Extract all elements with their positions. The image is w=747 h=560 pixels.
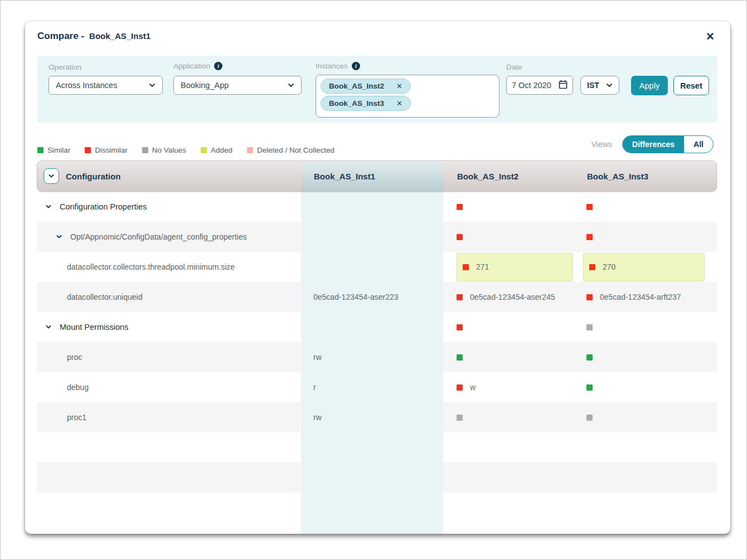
cell-inst1: rw bbox=[301, 342, 443, 372]
status-square-similar bbox=[586, 354, 593, 361]
legend-item: Dissimilar bbox=[85, 146, 128, 154]
table-row bbox=[37, 462, 717, 493]
table-row[interactable]: Opt/Appnomic/ConfigData/agent_config_pro… bbox=[37, 222, 717, 252]
row-name-cell: Mount Permissions bbox=[37, 312, 301, 342]
dialog-title-prefix: Compare - bbox=[37, 31, 84, 42]
reset-button[interactable]: Reset bbox=[673, 76, 709, 95]
status-square-dissimilar bbox=[457, 384, 463, 391]
chip-remove-icon[interactable]: ✕ bbox=[396, 82, 402, 90]
chevron-down-icon bbox=[288, 82, 294, 89]
table-row[interactable]: Mount Permissions bbox=[37, 312, 717, 342]
legend-item: Deleted / Not Collected bbox=[247, 146, 334, 154]
apply-button[interactable]: Apply bbox=[631, 76, 668, 95]
status-square-dissimilar bbox=[457, 294, 463, 300]
legend-label: Dissimilar bbox=[95, 146, 128, 154]
cell-inst2 bbox=[443, 312, 579, 342]
table-row: proc1 rw bbox=[37, 402, 717, 432]
row-name-cell: Opt/Appnomic/ConfigData/agent_config_pro… bbox=[37, 222, 301, 252]
timezone-select[interactable]: IST bbox=[580, 76, 619, 95]
row-name: proc bbox=[67, 353, 82, 362]
table-row bbox=[37, 432, 717, 462]
status-square-dissimilar bbox=[586, 204, 593, 210]
application-select[interactable]: Booking_App bbox=[173, 76, 302, 95]
status-square-dissimilar bbox=[586, 294, 593, 300]
added-value-box: 271 bbox=[457, 253, 573, 281]
cell-inst2 bbox=[443, 342, 579, 372]
legend-item: Added bbox=[201, 146, 232, 154]
cell-value: 271 bbox=[476, 262, 489, 271]
status-square-dissimilar bbox=[589, 264, 595, 270]
close-icon[interactable]: ✕ bbox=[706, 31, 715, 42]
status-square-dissimilar bbox=[463, 264, 469, 270]
cell-inst2 bbox=[443, 222, 579, 252]
comparison-table: Configuration Book_AS_Inst1 Book_AS_Inst… bbox=[37, 160, 717, 534]
legend-label: Added bbox=[211, 146, 232, 154]
dialog-title-instance: Book_AS_Inst1 bbox=[89, 31, 151, 41]
status-square-novalue bbox=[586, 324, 593, 330]
status-square-dissimilar bbox=[457, 234, 463, 240]
row-name-cell: proc1 bbox=[37, 402, 301, 432]
row-name: Configuration Properties bbox=[60, 202, 147, 211]
legend-label: Similar bbox=[47, 146, 70, 154]
column-header-inst2: Book_AS_Inst2 bbox=[444, 172, 579, 181]
legend-swatch bbox=[247, 147, 253, 153]
info-icon[interactable]: i bbox=[352, 62, 360, 70]
table-filler bbox=[37, 493, 717, 534]
row-name-cell: datacollector.uniqueid bbox=[37, 282, 301, 312]
date-value: 7 Oct 2020 bbox=[512, 81, 551, 90]
application-value: Booking_App bbox=[181, 81, 229, 90]
cell-inst1 bbox=[301, 462, 443, 493]
legend-swatch bbox=[37, 147, 43, 153]
cell-inst1 bbox=[301, 312, 443, 342]
table-row: datacollector.collectors.threadpool.mini… bbox=[37, 252, 717, 282]
chevron-down-icon[interactable] bbox=[45, 323, 52, 331]
instances-label-row: Instances i bbox=[316, 62, 360, 70]
status-square-dissimilar bbox=[457, 204, 463, 210]
instances-multiselect[interactable]: Book_AS_Inst2 ✕ Book_AS_Inst3 ✕ bbox=[316, 75, 499, 118]
instance-chip-label: Book_AS_Inst3 bbox=[329, 99, 384, 108]
cell-inst1 bbox=[301, 222, 443, 252]
cell-inst1 bbox=[301, 252, 443, 282]
chevron-down-icon[interactable] bbox=[45, 203, 52, 211]
application-label-row: Application i bbox=[173, 62, 222, 70]
cell-value: 0e5cad-123454-arft237 bbox=[600, 293, 681, 301]
configuration-header-label: Configuration bbox=[66, 172, 120, 181]
cell-value: 270 bbox=[603, 262, 615, 271]
status-legend: Similar Dissimilar No Values Added Delet… bbox=[37, 146, 334, 154]
row-name-cell: Configuration Properties bbox=[37, 192, 301, 222]
cell-value: rw bbox=[313, 353, 322, 362]
views-option-differences[interactable]: Differences bbox=[623, 136, 684, 153]
calendar-icon[interactable] bbox=[559, 80, 567, 91]
timezone-value: IST bbox=[587, 81, 599, 90]
status-square-novalue bbox=[586, 415, 593, 421]
cell-value: rw bbox=[313, 413, 322, 422]
info-icon[interactable]: i bbox=[214, 62, 222, 70]
row-name: debug bbox=[67, 383, 89, 392]
instance-chip: Book_AS_Inst2 ✕ bbox=[321, 79, 411, 94]
row-name-cell: debug bbox=[37, 372, 301, 402]
table-row: datacollector.uniqueid 0e5cad-123454-ase… bbox=[37, 282, 717, 312]
chevron-down-icon bbox=[149, 82, 156, 89]
cell-value: 0e5cad-123454-aser245 bbox=[470, 293, 555, 301]
dialog-title: Compare - Book_AS_Inst1 bbox=[37, 31, 151, 42]
cell-inst2: 271 bbox=[443, 252, 579, 282]
cell-inst3 bbox=[579, 372, 717, 402]
status-square-dissimilar bbox=[457, 324, 463, 330]
cell-inst1 bbox=[301, 192, 443, 222]
collapse-all-button[interactable] bbox=[43, 168, 59, 184]
table-row[interactable]: Configuration Properties bbox=[37, 192, 717, 222]
chevron-down-icon[interactable] bbox=[55, 233, 63, 241]
status-square-novalue bbox=[457, 415, 463, 421]
legend-swatch bbox=[85, 147, 91, 153]
highlighted-column-band bbox=[301, 493, 443, 534]
views-label: Views bbox=[591, 140, 612, 149]
cell-inst3 bbox=[579, 462, 717, 493]
operation-label: Operation bbox=[48, 63, 81, 71]
status-square-dissimilar bbox=[586, 234, 593, 240]
chip-remove-icon[interactable]: ✕ bbox=[396, 99, 402, 108]
operation-select[interactable]: Across Instances bbox=[48, 76, 163, 95]
views-option-all[interactable]: All bbox=[684, 136, 713, 153]
instance-chip: Book_AS_Inst3 ✕ bbox=[321, 96, 411, 111]
cell-inst3 bbox=[579, 432, 717, 462]
date-input[interactable]: 7 Oct 2020 bbox=[506, 76, 573, 95]
